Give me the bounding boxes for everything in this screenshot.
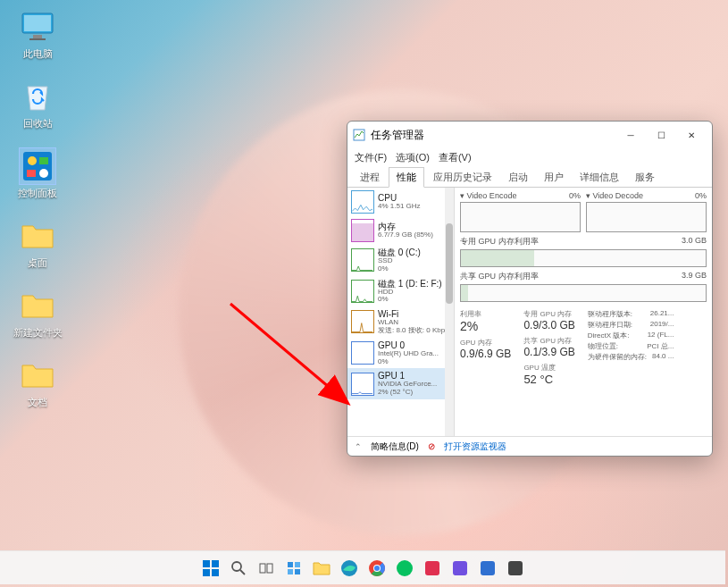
svg-rect-1	[24, 15, 51, 31]
svg-point-5	[28, 156, 37, 165]
svg-rect-30	[425, 561, 439, 575]
app-icon-2[interactable]	[421, 557, 444, 580]
svg-rect-18	[267, 564, 272, 573]
svg-rect-2	[33, 35, 42, 38]
app-icon-1[interactable]	[393, 557, 416, 580]
tab-users[interactable]: 用户	[537, 168, 571, 187]
taskview-icon[interactable]	[255, 557, 278, 580]
menu-view[interactable]: 查看(V)	[439, 151, 472, 164]
control-panel-icon	[20, 148, 55, 184]
minimize-button[interactable]: ─	[615, 124, 646, 146]
app-icon-3[interactable]	[448, 557, 472, 580]
sidebar-scrollbar[interactable]	[445, 188, 454, 436]
gpu-detail-panel: ▾ Video Encode0% ▾ Video Decode0% 专用 GPU…	[455, 188, 712, 436]
desktop-icon-control-panel[interactable]: 控制面板	[9, 148, 66, 200]
svg-rect-7	[27, 170, 36, 177]
search-icon[interactable]	[227, 557, 250, 580]
dedicated-gpu-memory: 0.9/3.0 GB	[523, 319, 574, 331]
recycle-bin-icon	[20, 79, 55, 114]
gpu-driver-info: 驱动程序版本:26.21... 驱动程序日期:2019/... DirectX …	[588, 309, 674, 386]
menu-file[interactable]: 文件(F)	[355, 151, 387, 164]
desktop-icon-recycle-bin[interactable]: 回收站	[9, 79, 66, 130]
tab-processes[interactable]: 进程	[353, 168, 387, 187]
app-icon-5[interactable]	[504, 557, 527, 580]
menubar: 文件(F) 选项(O) 查看(V)	[347, 148, 712, 166]
maximize-button[interactable]: ☐	[646, 124, 676, 146]
taskmgr-icon	[353, 129, 365, 141]
svg-rect-13	[203, 569, 210, 576]
fewer-details-toggle[interactable]: ⌃	[355, 442, 362, 451]
menu-options[interactable]: 选项(O)	[396, 151, 430, 164]
gpu-utilization: 2%	[460, 319, 511, 333]
sidebar-item-cpu[interactable]: CPU4% 1.51 GHz	[347, 188, 454, 216]
tab-services[interactable]: 服务	[628, 168, 662, 187]
desktop-icon-label: 新建文件夹	[13, 326, 63, 340]
desktop-icon-label: 桌面	[28, 256, 47, 270]
svg-point-15	[232, 562, 241, 571]
svg-rect-12	[212, 560, 219, 567]
explorer-icon[interactable]	[310, 557, 333, 580]
svg-rect-14	[212, 569, 219, 576]
svg-rect-19	[288, 562, 293, 567]
svg-rect-17	[260, 564, 265, 573]
svg-rect-21	[288, 569, 293, 574]
task-manager-window[interactable]: 任务管理器 ─ ☐ ✕ 文件(F) 选项(O) 查看(V) 进程 性能 应用历史…	[347, 121, 713, 457]
svg-rect-20	[295, 562, 300, 567]
gpu-temperature: 52 °C	[523, 373, 574, 386]
window-title: 任务管理器	[371, 128, 615, 143]
shared-gpu-mem-graph: 共享 GPU 内存利用率3.9 GB	[460, 271, 707, 302]
taskbar[interactable]	[0, 550, 725, 584]
video-decode-graph: ▾ Video Decode0%	[586, 191, 707, 232]
forbidden-icon: ⊘	[428, 441, 435, 451]
desktop-icon-label: 此电脑	[23, 47, 53, 61]
tab-performance[interactable]: 性能	[389, 167, 424, 188]
app-icon-4[interactable]	[476, 557, 499, 580]
widgets-icon[interactable]	[282, 557, 305, 580]
performance-sidebar: CPU4% 1.51 GHz 内存6.7/7.9 GB (85%) 磁盘 0 (…	[347, 188, 455, 436]
desktop-icon-folder-3[interactable]: 文档	[9, 357, 66, 409]
tab-app-history[interactable]: 应用历史记录	[426, 168, 499, 187]
svg-rect-32	[481, 561, 495, 575]
folder-icon	[20, 218, 55, 254]
monitor-icon	[20, 9, 55, 45]
svg-rect-33	[508, 561, 523, 575]
shared-gpu-memory: 0.1/3.9 GB	[523, 346, 574, 358]
folder-icon	[20, 357, 55, 393]
chrome-icon[interactable]	[365, 557, 389, 580]
sidebar-item-disk-0[interactable]: 磁盘 0 (C:)SSD0%	[347, 245, 454, 276]
svg-point-29	[397, 560, 413, 576]
svg-rect-6	[39, 157, 48, 164]
svg-point-8	[39, 169, 48, 178]
start-button[interactable]	[199, 557, 222, 580]
desktop-icon-label: 回收站	[23, 117, 53, 130]
desktop-icons: 此电脑 回收站 控制面板 桌面 新建文件夹 文档	[9, 9, 66, 409]
desktop-icon-this-pc[interactable]: 此电脑	[9, 9, 66, 61]
titlebar[interactable]: 任务管理器 ─ ☐ ✕	[347, 122, 712, 148]
tab-startup[interactable]: 启动	[501, 168, 535, 187]
edge-icon[interactable]	[338, 557, 361, 580]
sidebar-item-wifi[interactable]: Wi-FiWLAN发送: 8.0 接收: 0 Kbps	[347, 306, 454, 338]
folder-icon	[20, 288, 55, 323]
desktop-icon-label: 文档	[28, 396, 47, 409]
fewer-details-label[interactable]: 简略信息(D)	[371, 440, 419, 453]
svg-rect-22	[295, 569, 300, 574]
sidebar-item-gpu-0[interactable]: GPU 0Intel(R) UHD Gra...0%	[347, 338, 454, 369]
svg-line-16	[240, 570, 245, 574]
desktop-icon-folder-2[interactable]: 新建文件夹	[9, 288, 66, 340]
svg-rect-9	[354, 130, 364, 140]
svg-rect-3	[29, 38, 46, 40]
tab-bar: 进程 性能 应用历史记录 启动 用户 详细信息 服务	[347, 166, 712, 188]
close-button[interactable]: ✕	[676, 124, 707, 146]
open-resource-monitor-link[interactable]: 打开资源监视器	[444, 440, 506, 453]
desktop-icon-label: 控制面板	[18, 187, 57, 200]
svg-point-28	[374, 566, 380, 571]
window-footer: ⌃ 简略信息(D) ⊘ 打开资源监视器	[347, 436, 712, 456]
sidebar-item-disk-1[interactable]: 磁盘 1 (D: E: F:)HDD0%	[347, 276, 454, 307]
gpu-memory: 0.9/6.9 GB	[460, 348, 511, 360]
desktop-icon-folder-1[interactable]: 桌面	[9, 218, 66, 270]
svg-rect-11	[203, 560, 210, 567]
tab-details[interactable]: 详细信息	[573, 168, 626, 187]
svg-rect-31	[453, 561, 467, 575]
sidebar-item-gpu-1[interactable]: GPU 1NVIDIA GeForce...2% (52 °C)	[347, 368, 454, 399]
sidebar-item-memory[interactable]: 内存6.7/7.9 GB (85%)	[347, 216, 454, 245]
